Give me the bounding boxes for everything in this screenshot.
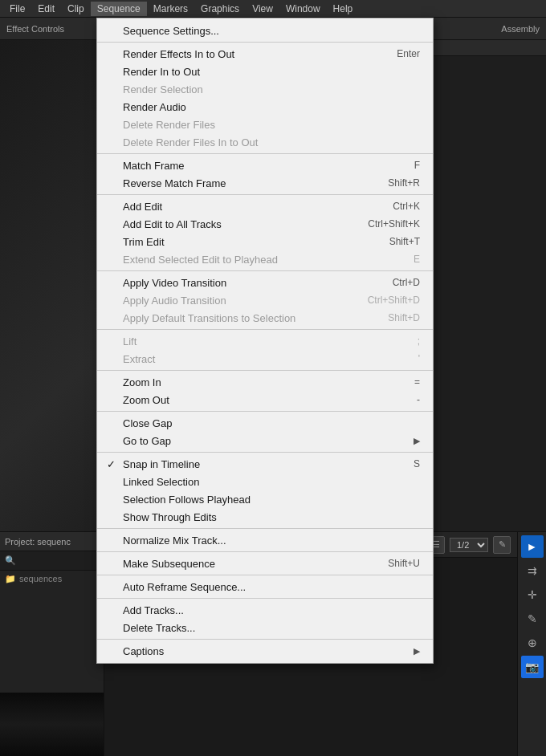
menu-label-zoom-out: Zoom Out bbox=[123, 394, 169, 406]
project-panel-title: Project: sequenc bbox=[5, 537, 71, 547]
menu-item-extract: Extract' bbox=[97, 350, 433, 368]
menu-item-render-in-out[interactable]: Render In to Out bbox=[97, 63, 433, 80]
select-tool-button[interactable]: ► bbox=[521, 535, 544, 558]
submenu-arrow-go-to-gap: ▶ bbox=[414, 436, 420, 446]
menu-item-reverse-match-frame[interactable]: Reverse Match FrameShift+R bbox=[97, 174, 433, 192]
menubar-file[interactable]: File bbox=[3, 2, 31, 16]
zoom-select[interactable]: 1/2 Full 1/4 bbox=[450, 538, 488, 552]
wrench-button[interactable]: ✎ bbox=[493, 536, 511, 554]
menu-item-linked-selection[interactable]: Linked Selection bbox=[97, 473, 433, 490]
menu-separator-16 bbox=[97, 270, 433, 271]
menu-label-snap-in-timeline: Snap in Timeline bbox=[123, 458, 200, 470]
menu-shortcut-reverse-match-frame: Shift+R bbox=[372, 177, 420, 189]
menu-item-render-effects[interactable]: Render Effects In to OutEnter bbox=[97, 45, 433, 63]
menu-item-match-frame[interactable]: Match FrameF bbox=[97, 156, 433, 174]
assembly-label: Assembly bbox=[501, 24, 540, 34]
menu-label-apply-audio-transition: Apply Audio Transition bbox=[123, 295, 226, 307]
menu-label-add-edit-all-tracks: Add Edit to All Tracks bbox=[123, 218, 222, 230]
check-mark-snap-in-timeline: ✓ bbox=[107, 458, 116, 470]
menu-shortcut-apply-video-transition: Ctrl+D bbox=[377, 277, 420, 288]
menu-item-auto-reframe[interactable]: Auto Reframe Sequence... bbox=[97, 578, 433, 595]
menu-separator-40 bbox=[97, 598, 433, 599]
menu-item-normalize-mix-track[interactable]: Normalize Mix Track... bbox=[97, 531, 433, 549]
track-select-tool-button[interactable]: ⇉ bbox=[521, 559, 544, 582]
menu-item-apply-default-transitions: Apply Default Transitions to SelectionSh… bbox=[97, 309, 433, 327]
menu-shortcut-snap-in-timeline: S bbox=[397, 458, 420, 469]
menu-item-zoom-out[interactable]: Zoom Out- bbox=[97, 391, 433, 408]
menu-label-zoom-in: Zoom In bbox=[123, 376, 161, 388]
project-list: 📁 sequences bbox=[0, 571, 104, 692]
menu-item-make-subsequence[interactable]: Make SubsequenceShift+U bbox=[97, 555, 433, 572]
menu-label-delete-tracks: Delete Tracks... bbox=[123, 622, 195, 634]
menu-item-add-edit-all-tracks[interactable]: Add Edit to All TracksCtrl+Shift+K bbox=[97, 215, 433, 233]
menu-item-delete-tracks[interactable]: Delete Tracks... bbox=[97, 619, 433, 636]
menu-label-close-gap: Close Gap bbox=[123, 417, 172, 429]
menu-item-go-to-gap[interactable]: Go to Gap▶ bbox=[97, 432, 433, 449]
menu-item-snap-in-timeline[interactable]: ✓Snap in TimelineS bbox=[97, 455, 433, 473]
menu-label-make-subsequence: Make Subsequence bbox=[123, 558, 215, 570]
camera-tool-button[interactable]: 📷 bbox=[521, 656, 544, 678]
menu-item-zoom-in[interactable]: Zoom In= bbox=[97, 373, 433, 391]
menu-item-render-selection: Render Selection bbox=[97, 80, 433, 98]
menu-separator-26 bbox=[97, 411, 433, 412]
menubar-clip[interactable]: Clip bbox=[61, 2, 91, 16]
snap-tool-button[interactable]: ⊕ bbox=[521, 632, 544, 654]
menubar: File Edit Clip Sequence Markers Graphics… bbox=[0, 0, 546, 18]
menu-label-show-through-edits: Show Through Edits bbox=[123, 511, 217, 523]
menu-item-close-gap[interactable]: Close Gap bbox=[97, 414, 433, 432]
menu-item-extend-selected-edit: Extend Selected Edit to PlayheadE bbox=[97, 250, 433, 268]
menu-label-apply-video-transition: Apply Video Transition bbox=[123, 277, 226, 289]
menu-separator-34 bbox=[97, 528, 433, 529]
menu-item-add-edit[interactable]: Add EditCtrl+K bbox=[97, 197, 433, 215]
menu-label-render-effects: Render Effects In to Out bbox=[123, 48, 234, 60]
menu-shortcut-apply-audio-transition: Ctrl+Shift+D bbox=[352, 295, 420, 306]
project-panel-header: Project: sequenc bbox=[0, 532, 104, 551]
menu-item-show-through-edits[interactable]: Show Through Edits bbox=[97, 508, 433, 526]
menu-label-delete-render-files: Delete Render Files bbox=[123, 119, 215, 131]
menu-item-trim-edit[interactable]: Trim EditShift+T bbox=[97, 233, 433, 250]
pen-tool-button[interactable]: ✎ bbox=[521, 608, 544, 630]
tool-panel: ► ⇉ ✛ ✎ ⊕ 📷 bbox=[517, 532, 546, 756]
menu-label-render-selection: Render Selection bbox=[123, 83, 203, 96]
menu-item-sequence-settings[interactable]: Sequence Settings... bbox=[97, 22, 433, 39]
menu-label-add-tracks: Add Tracks... bbox=[123, 604, 184, 616]
thumbnail-image bbox=[0, 693, 104, 756]
menu-item-add-tracks[interactable]: Add Tracks... bbox=[97, 601, 433, 619]
menu-shortcut-extract: ' bbox=[402, 353, 420, 364]
menu-separator-20 bbox=[97, 329, 433, 330]
menu-item-render-audio[interactable]: Render Audio bbox=[97, 98, 433, 116]
menu-label-selection-follows-playhead: Selection Follows Playhead bbox=[123, 494, 251, 506]
menu-item-delete-render-files: Delete Render Files bbox=[97, 116, 433, 133]
menu-label-auto-reframe: Auto Reframe Sequence... bbox=[123, 581, 246, 593]
menu-separator-23 bbox=[97, 370, 433, 371]
menu-label-extend-selected-edit: Extend Selected Edit to Playhead bbox=[123, 254, 278, 266]
menubar-markers[interactable]: Markers bbox=[147, 2, 194, 16]
menubar-edit[interactable]: Edit bbox=[31, 2, 61, 16]
menu-item-apply-video-transition[interactable]: Apply Video TransitionCtrl+D bbox=[97, 274, 433, 291]
menu-separator-36 bbox=[97, 551, 433, 552]
menubar-window[interactable]: Window bbox=[279, 2, 327, 16]
menu-label-linked-selection: Linked Selection bbox=[123, 476, 199, 488]
menu-shortcut-zoom-in: = bbox=[398, 376, 420, 388]
menu-item-lift: Lift; bbox=[97, 332, 433, 350]
menu-shortcut-extend-selected-edit: E bbox=[397, 254, 420, 265]
menu-separator-29 bbox=[97, 452, 433, 453]
menubar-view[interactable]: View bbox=[246, 2, 279, 16]
move-tool-button[interactable]: ✛ bbox=[521, 583, 544, 606]
menubar-help[interactable]: Help bbox=[327, 2, 360, 16]
menu-shortcut-make-subsequence: Shift+U bbox=[372, 558, 420, 569]
menubar-graphics[interactable]: Graphics bbox=[194, 2, 246, 16]
menubar-sequence[interactable]: Sequence bbox=[91, 2, 147, 16]
menu-separator-8 bbox=[97, 153, 433, 154]
menu-shortcut-match-frame: F bbox=[398, 160, 420, 171]
menu-shortcut-zoom-out: - bbox=[401, 394, 420, 405]
menu-shortcut-trim-edit: Shift+T bbox=[373, 236, 420, 247]
menu-separator-38 bbox=[97, 575, 433, 575]
sequence-dropdown-menu: Sequence Settings...Render Effects In to… bbox=[96, 18, 434, 664]
menu-label-lift: Lift bbox=[123, 335, 136, 348]
submenu-arrow-captions: ▶ bbox=[414, 646, 420, 656]
project-folder-item[interactable]: 📁 sequences bbox=[0, 571, 104, 587]
menu-item-captions[interactable]: Captions▶ bbox=[97, 642, 433, 660]
menu-item-selection-follows-playhead[interactable]: Selection Follows Playhead bbox=[97, 490, 433, 508]
menu-shortcut-add-edit: Ctrl+K bbox=[377, 201, 420, 212]
